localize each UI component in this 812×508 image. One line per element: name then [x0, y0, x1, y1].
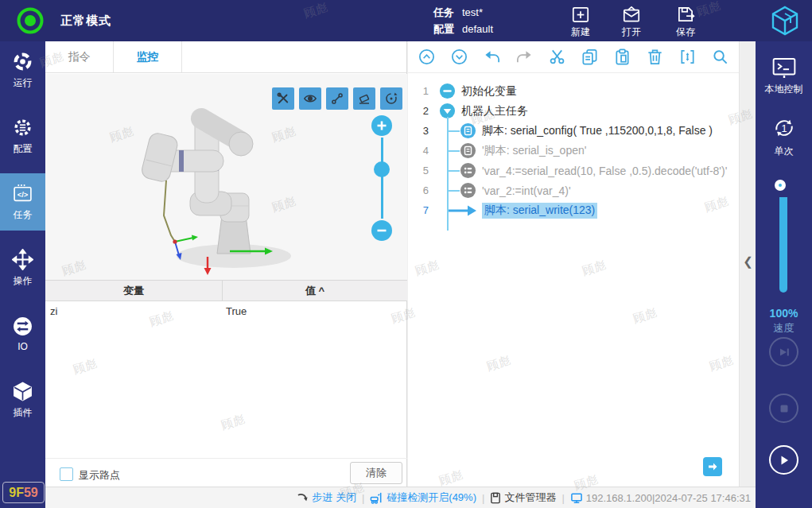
svg-text:1: 1	[781, 122, 787, 134]
replace-swap-icon[interactable]	[678, 48, 697, 66]
local-control-button[interactable]: 本地控制	[756, 56, 812, 96]
open-task-button[interactable]: 打开	[609, 4, 654, 39]
terminal-icon	[771, 56, 798, 79]
config-label: 配置	[433, 23, 454, 35]
robot-3d-view[interactable]	[45, 74, 407, 280]
viewer-tabs: 指令 监控	[45, 41, 406, 73]
zoom-control	[371, 115, 394, 136]
tree-row[interactable]: 3脚本: serial_config( True ,115200,0,1,8, …	[408, 121, 740, 141]
sidebar-item-run[interactable]: 运行	[0, 41, 45, 99]
sidebar-item-io[interactable]: IO	[0, 305, 45, 363]
separator: |	[561, 492, 564, 504]
speed-slider-handle[interactable]	[775, 180, 786, 191]
clear-button[interactable]: 清除	[350, 462, 402, 484]
variable-value-cell: True	[223, 305, 407, 317]
status-code-left: 9F	[9, 486, 24, 500]
speed-slider-track[interactable]	[779, 197, 787, 293]
cube-icon	[12, 381, 33, 402]
script-icon	[460, 122, 476, 139]
sidebar-item-plugin[interactable]: 插件	[0, 371, 45, 429]
column-header-variable[interactable]: 变量	[45, 281, 223, 301]
collision-detection-status[interactable]: 碰撞检测开启(49%)	[370, 491, 476, 505]
save-task-label: 保存	[676, 25, 695, 39]
stop-button[interactable]	[769, 394, 798, 423]
redo-icon[interactable]	[515, 48, 534, 66]
tree-row[interactable]: 1初始化变量	[408, 81, 740, 101]
current-line-arrow-icon	[448, 204, 478, 217]
variable-table-header: 变量 值 ^	[45, 280, 407, 301]
zoom-out-button[interactable]	[371, 220, 392, 241]
column-header-value[interactable]: 值 ^	[223, 281, 407, 301]
line-number: 1	[408, 85, 429, 97]
table-row[interactable]: zi True	[45, 301, 407, 320]
collision-icon	[370, 491, 383, 504]
step-mode-toggle[interactable]: 步进 关闭	[297, 491, 356, 505]
zoom-slider-handle[interactable]	[374, 161, 390, 177]
file-manager-icon	[490, 492, 501, 504]
expand-all-icon[interactable]	[450, 48, 468, 66]
variable-table: 变量 值 ^ zi True	[45, 280, 407, 320]
scene-tools-button[interactable]	[272, 87, 294, 110]
tree-row[interactable]: 5'var_4:=serial_read(10, False ,0.5).dec…	[408, 161, 740, 180]
sidebar-item-config[interactable]: 配置	[0, 107, 45, 165]
svg-text:</>: </>	[17, 191, 29, 199]
tree-row-text: 脚本: serial_write(123)	[482, 203, 597, 219]
sidebar-item-task[interactable]: </> 任务	[0, 173, 45, 231]
single-loop-icon: 1	[771, 114, 798, 142]
insert-next-arrow-button[interactable]	[703, 457, 722, 476]
gear-icon	[12, 117, 33, 138]
local-control-label: 本地控制	[765, 83, 803, 96]
undo-icon[interactable]	[483, 48, 501, 66]
paste-icon[interactable]	[613, 48, 631, 66]
visibility-eye-button[interactable]	[299, 87, 321, 110]
step-mode-icon	[297, 492, 309, 504]
show-waypoints-checkbox[interactable]	[60, 467, 73, 481]
eraser-button[interactable]	[353, 87, 375, 110]
mode-status-icon[interactable]	[16, 6, 45, 35]
zoom-slider-track[interactable]	[381, 138, 383, 219]
tree-connector	[447, 117, 449, 231]
tab-monitor[interactable]: 监控	[114, 41, 182, 72]
status-code-right: 59	[24, 486, 38, 500]
file-manager-button[interactable]: 文件管理器	[490, 491, 556, 505]
line-number: 2	[408, 105, 429, 117]
new-task-label: 新建	[571, 25, 590, 39]
sidebar-item-label: 插件	[14, 406, 33, 420]
tree-row[interactable]: 4'脚本: serial_is_open'	[408, 141, 740, 161]
tree-row-text: 机器人主任务	[461, 104, 528, 118]
speed-label: 速度	[756, 321, 812, 335]
zoom-in-button[interactable]	[371, 115, 392, 136]
cut-icon[interactable]	[548, 48, 566, 66]
tab-command[interactable]: 指令	[45, 41, 114, 72]
variable-name-cell: zi	[45, 305, 223, 317]
tree-row[interactable]: 2机器人主任务	[408, 101, 740, 121]
script-icon	[460, 142, 476, 159]
viewer-footer: 显示路点 清除	[45, 458, 407, 487]
tree-connector	[448, 170, 460, 172]
network-text: 192.168.1.200|2024-07-25 17:46:31	[586, 492, 751, 504]
copy-icon[interactable]	[581, 48, 599, 66]
line-number: 5	[408, 165, 429, 176]
collapse-panel-chevron[interactable]: ❮︎	[740, 250, 756, 273]
mode-label: 正常模式	[60, 14, 111, 29]
task-tree-panel: 1初始化变量2机器人主任务3脚本: serial_config( True ,1…	[408, 41, 740, 487]
step-forward-button[interactable]	[769, 337, 798, 366]
path-trace-button[interactable]	[326, 87, 348, 110]
separator: |	[362, 492, 364, 504]
single-run-button[interactable]: 1 单次	[756, 114, 812, 158]
sidebar-item-operate[interactable]: 操作	[0, 239, 45, 297]
right-sidebar: 本地控制 1 单次 100% 速度	[756, 41, 812, 508]
left-sidebar: 运行 配置 </> 任务 操作 IO 插件 9F59	[0, 41, 45, 508]
orbit-rotate-button[interactable]	[380, 87, 402, 110]
io-arrows-icon	[12, 316, 33, 337]
separator: |	[482, 492, 484, 504]
delete-trash-icon[interactable]	[646, 48, 664, 66]
tree-row-text: 'var_4:=serial_read(10, False ,0.5).deco…	[482, 165, 727, 177]
new-task-button[interactable]: 新建	[558, 4, 603, 39]
save-task-button[interactable]: 保存	[663, 4, 708, 39]
play-button[interactable]	[769, 445, 798, 475]
tree-row[interactable]: 7脚本: serial_write(123)	[408, 200, 740, 220]
search-icon[interactable]	[711, 48, 729, 66]
tree-row[interactable]: 6'var_2:=int(var_4)'	[408, 180, 740, 200]
collapse-all-icon[interactable]	[418, 48, 436, 66]
